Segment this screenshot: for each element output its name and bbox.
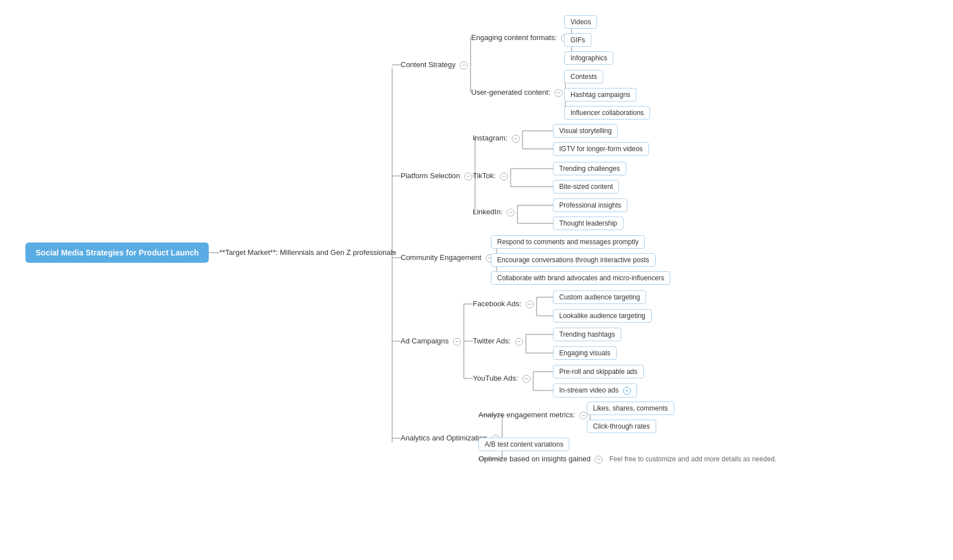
twitter-ads-label: Twitter Ads: − [473, 337, 523, 346]
leaf-engaging-visuals: Engaging visuals [553, 346, 617, 360]
analyze-engagement-collapse[interactable]: − [579, 412, 587, 420]
leaf-custom-audience: Custom audience targeting [553, 290, 646, 304]
leaf-visual-storytelling: Visual storytelling [553, 124, 618, 138]
leaf-contests: Contests [564, 70, 603, 83]
branch-platform-selection: Platform Selection − [401, 171, 472, 180]
leaf-igtv: IGTV for longer-form videos [553, 142, 649, 156]
facebook-ads-collapse[interactable]: − [526, 301, 534, 308]
optimize-extra: Feel free to customize and add more deta… [609, 455, 776, 463]
analyze-engagement-label: Analyze engagement metrics: − [478, 411, 587, 420]
leaf-hashtag-campaigns: Hashtag campaigns [564, 88, 636, 102]
optimize-label: Optimize based on insights gained − Feel… [478, 455, 776, 464]
youtube-ads-collapse[interactable]: − [522, 375, 530, 383]
content-strategy-label: Content Strategy [401, 60, 456, 69]
youtube-ads-label: YouTube Ads: − [473, 374, 530, 383]
content-strategy-collapse[interactable]: − [460, 61, 468, 69]
instream-expand[interactable]: + [623, 387, 631, 395]
leaf-instream-video: In-stream video ads + [553, 383, 637, 398]
leaf-respond-comments: Respond to comments and messages promptl… [491, 235, 645, 249]
tiktok-collapse[interactable]: − [500, 173, 508, 180]
target-market-label: **Target Market**: Millennials and Gen Z… [219, 248, 396, 257]
leaf-preroll-ads: Pre-roll and skippable ads [553, 365, 644, 378]
linkedin-collapse[interactable]: − [507, 209, 515, 217]
leaf-bite-sized: Bite-sized content [553, 180, 619, 193]
instagram-label: Instagram: − [473, 134, 520, 143]
engaging-content-label: Engaging content formats: − [471, 33, 569, 42]
leaf-influencer-collab: Influencer collaborations [564, 106, 650, 120]
optimize-collapse[interactable]: − [595, 456, 603, 464]
leaf-likes-shares: Likes, shares, comments [587, 402, 674, 415]
leaf-trending-hashtags: Trending hashtags [553, 328, 621, 341]
platform-selection-collapse[interactable]: − [464, 173, 472, 180]
tiktok-label: TikTok: − [473, 171, 508, 180]
leaf-encourage-conversations: Encourage conversations through interact… [491, 253, 656, 267]
leaf-professional-insights: Professional insights [553, 199, 627, 212]
leaf-collaborate-advocates: Collaborate with brand advocates and mic… [491, 271, 670, 285]
branch-ad-campaigns: Ad Campaigns − [401, 337, 461, 346]
leaf-click-through: Click-through rates [587, 420, 656, 433]
branch-community-engagement: Community Engagement − [401, 253, 494, 262]
twitter-ads-collapse[interactable]: − [515, 338, 523, 346]
instagram-collapse[interactable]: − [512, 135, 520, 143]
ad-campaigns-collapse[interactable]: − [453, 338, 461, 346]
user-generated-collapse[interactable]: − [555, 89, 563, 97]
leaf-thought-leadership: Thought leadership [553, 217, 623, 230]
leaf-videos: Videos [564, 15, 597, 29]
user-generated-label: User-generated content: − [471, 88, 563, 97]
leaf-ab-test: A/B test content variations [478, 438, 569, 451]
linkedin-label: LinkedIn: − [473, 208, 515, 217]
connector-lines [0, 0, 953, 560]
leaf-trending-challenges: Trending challenges [553, 162, 626, 175]
leaf-gifs: GIFs [564, 33, 591, 47]
facebook-ads-label: Facebook Ads: − [473, 299, 534, 308]
target-market-node: **Target Market**: Millennials and Gen Z… [219, 248, 396, 257]
leaf-lookalike-audience: Lookalike audience targeting [553, 309, 652, 323]
root-label: Social Media Strategies for Product Laun… [36, 248, 199, 257]
branch-content-strategy: Content Strategy − [401, 60, 468, 69]
mindmap-container: Social Media Strategies for Product Laun… [0, 0, 953, 560]
root-node[interactable]: Social Media Strategies for Product Laun… [25, 242, 209, 263]
leaf-infographics: Infographics [564, 51, 613, 65]
